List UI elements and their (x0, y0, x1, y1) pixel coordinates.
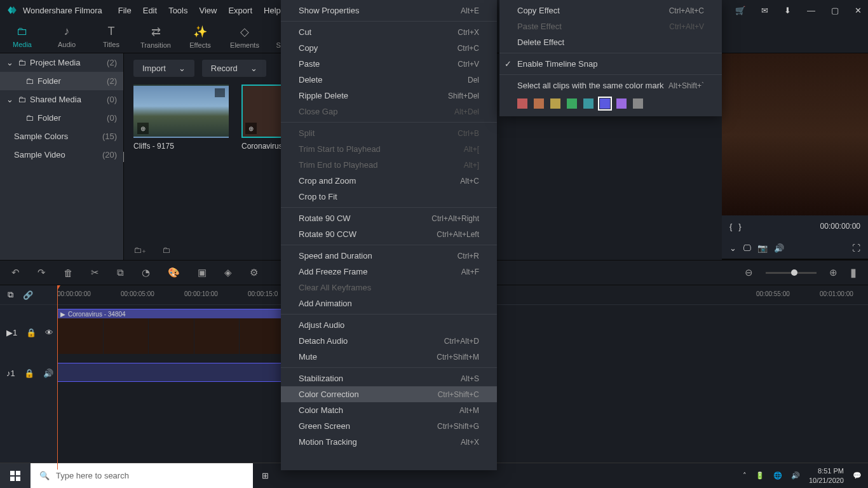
visibility-icon[interactable]: 👁 (45, 328, 53, 337)
start-button[interactable] (0, 463, 31, 489)
settings-button[interactable]: ⚙ (250, 267, 258, 278)
menu-tools[interactable]: Tools (168, 6, 187, 15)
delete-button[interactable]: 🗑 (64, 268, 73, 278)
menu-item-stabilization[interactable]: StabilizationAlt+S (281, 370, 497, 386)
tree-item[interactable]: ⌄🗀Project Media(2) (0, 53, 123, 72)
tree-item[interactable]: 🗀Folder(2) (0, 72, 123, 90)
tray-chevron-icon[interactable]: ˄ (743, 471, 747, 480)
tree-item[interactable]: ⌄🗀Shared Media(0) (0, 90, 123, 109)
tree-item[interactable]: 🗀Folder(0) (0, 109, 123, 127)
redo-button[interactable]: ↷ (37, 267, 46, 278)
menu-help[interactable]: Help (264, 6, 281, 15)
green-screen-button[interactable]: ▣ (198, 267, 207, 278)
menu-item-detach-audio[interactable]: Detach AudioCtrl+Alt+D (281, 333, 497, 349)
mark-out-icon[interactable]: } (738, 222, 741, 231)
minimize-button[interactable]: — (807, 6, 815, 15)
tab-effects[interactable]: ✨Effects (178, 20, 222, 53)
color-swatch[interactable] (633, 98, 643, 109)
menu-item-delete-effect[interactable]: Delete Effect (499, 34, 722, 50)
menu-item-add-freeze-frame[interactable]: Add Freeze FrameAlt+F (281, 264, 497, 280)
tab-titles[interactable]: TTitles (89, 20, 133, 53)
zoom-fit-button[interactable]: ▮ (850, 266, 857, 280)
tray-clock[interactable]: 8:51 PM10/21/2020 (809, 466, 844, 485)
lock-icon[interactable]: 🔒 (26, 328, 36, 337)
audio-clip[interactable] (57, 363, 286, 382)
cart-icon[interactable]: 🛒 (735, 6, 745, 15)
color-swatch[interactable] (534, 98, 544, 109)
menu-item-mute[interactable]: MuteCtrl+Shift+M (281, 349, 497, 365)
split-button[interactable]: ✂ (91, 267, 99, 278)
network-icon[interactable]: 🌐 (773, 471, 782, 480)
menu-item-crop-to-fit[interactable]: Crop to Fit (281, 189, 497, 205)
menu-item-enable-timeline-snap[interactable]: ✓Enable Timeline Snap (499, 56, 722, 72)
folder-icon[interactable]: 🗀 (162, 245, 170, 255)
new-folder-icon[interactable]: 🗀₊ (133, 245, 146, 255)
display-icon[interactable]: 🖵 (743, 243, 751, 253)
menu-file[interactable]: File (118, 6, 132, 15)
color-swatch[interactable] (517, 98, 527, 109)
maximize-button[interactable]: ▢ (831, 6, 839, 15)
video-clip[interactable]: ▶Coronavirus - 34804 (57, 309, 286, 353)
match-frame-icon[interactable]: ⧉ (8, 290, 13, 300)
tab-media[interactable]: 🗀Media (0, 20, 44, 53)
add-to-timeline-icon[interactable]: ⊕ (137, 123, 149, 134)
menu-item-adjust-audio[interactable]: Adjust Audio (281, 317, 497, 333)
battery-icon[interactable]: 🔋 (756, 471, 764, 480)
tab-transition[interactable]: ⇄Transition (133, 20, 178, 53)
notifications-icon[interactable]: 💬 (853, 471, 862, 480)
fullscreen-icon[interactable]: ⛶ (852, 243, 860, 253)
menu-item-paste[interactable]: PasteCtrl+V (281, 56, 497, 72)
zoom-out-button[interactable]: ⊖ (745, 267, 753, 278)
menu-item-speed-and-duration[interactable]: Speed and DurationCtrl+R (281, 248, 497, 264)
crop-button[interactable]: ⧉ (117, 267, 124, 278)
menu-item-ripple-delete[interactable]: Ripple DeleteShift+Del (281, 88, 497, 104)
task-view-button[interactable]: ⊞ (253, 471, 278, 480)
taskbar-search[interactable]: 🔍Type here to search (31, 463, 253, 489)
speed-button[interactable]: ◔ (142, 267, 150, 278)
color-swatch[interactable] (600, 98, 610, 109)
menu-view[interactable]: View (199, 6, 217, 15)
menu-item-copy-effect[interactable]: Copy EffectCtrl+Alt+C (499, 3, 722, 18)
mute-icon[interactable]: 🔊 (43, 369, 53, 378)
snapshot-icon[interactable]: 📷 (757, 243, 768, 253)
download-icon[interactable]: ⬇ (784, 6, 791, 15)
record-dropdown[interactable]: Record⌄ (202, 60, 266, 77)
zoom-slider[interactable] (766, 272, 817, 274)
keyframe-button[interactable]: ◈ (224, 267, 232, 278)
color-swatch[interactable] (550, 98, 560, 109)
lock-icon[interactable]: 🔒 (24, 369, 34, 378)
menu-item-copy[interactable]: CopyCtrl+C (281, 40, 497, 56)
color-swatch[interactable] (567, 98, 577, 109)
tree-item[interactable]: Sample Video(20) (0, 146, 123, 164)
close-button[interactable]: ✕ (855, 6, 862, 15)
menu-item-motion-tracking[interactable]: Motion TrackingAlt+X (281, 434, 497, 450)
add-to-timeline-icon[interactable]: ⊕ (245, 123, 257, 134)
menu-item-green-screen[interactable]: Green ScreenCtrl+Shift+G (281, 418, 497, 434)
playhead[interactable] (57, 285, 58, 470)
menu-item-show-properties[interactable]: Show PropertiesAlt+E (281, 3, 497, 18)
menu-item-rotate-90-cw[interactable]: Rotate 90 CWCtrl+Alt+Right (281, 210, 497, 226)
tree-item[interactable]: Sample Colors(15) (0, 127, 123, 146)
import-dropdown[interactable]: Import⌄ (133, 60, 194, 77)
undo-button[interactable]: ↶ (11, 267, 20, 278)
menu-item-crop-and-zoom[interactable]: Crop and ZoomAlt+C (281, 173, 497, 189)
volume-tray-icon[interactable]: 🔊 (791, 471, 800, 480)
menu-item-add-animation[interactable]: Add Animation (281, 295, 497, 311)
menu-item-cut[interactable]: CutCtrl+X (281, 24, 497, 40)
quality-dropdown-icon[interactable]: ⌄ (729, 243, 736, 253)
link-icon[interactable]: 🔗 (23, 290, 33, 300)
color-button[interactable]: 🎨 (168, 267, 180, 278)
menu-item-color-match[interactable]: Color MatchAlt+M (281, 402, 497, 418)
tab-audio[interactable]: ♪Audio (44, 20, 89, 53)
menu-item-rotate-90-ccw[interactable]: Rotate 90 CCWCtrl+Alt+Left (281, 226, 497, 242)
zoom-in-button[interactable]: ⊕ (829, 267, 837, 278)
volume-icon[interactable]: 🔊 (774, 243, 784, 253)
menu-item-color-correction[interactable]: Color CorrectionCtrl+Shift+C (281, 386, 497, 402)
media-thumbnail[interactable]: ⊕Cliffs - 9175 (133, 85, 229, 151)
menu-edit[interactable]: Edit (143, 6, 157, 15)
mark-in-icon[interactable]: { (729, 222, 732, 231)
color-swatch[interactable] (616, 98, 627, 109)
mail-icon[interactable]: ✉ (761, 6, 768, 15)
menu-export[interactable]: Export (228, 6, 252, 15)
color-swatch[interactable] (583, 98, 593, 109)
